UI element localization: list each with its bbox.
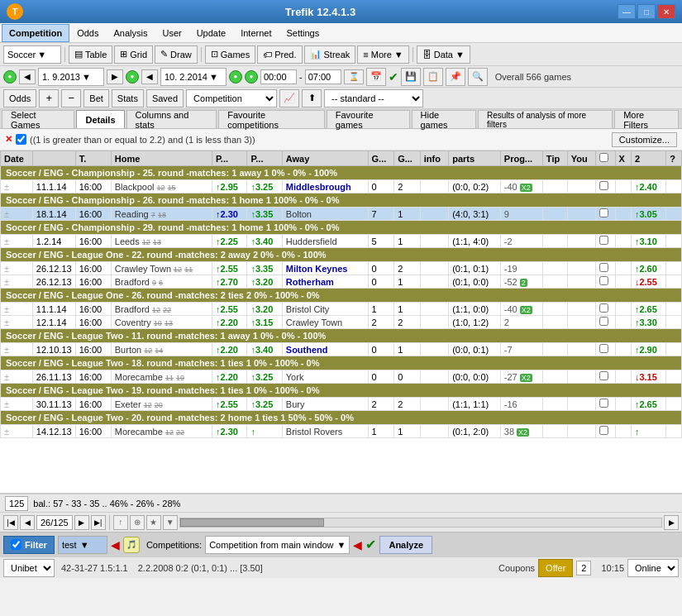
maximize-button[interactable]: □ (637, 4, 656, 19)
expr-checkbox[interactable] (16, 134, 26, 145)
row-pm[interactable]: ± (4, 304, 9, 314)
search-button[interactable]: 🔍 (468, 68, 488, 86)
add-filter-button[interactable]: + (39, 89, 59, 107)
odds-button[interactable]: Odds (3, 89, 36, 107)
row-pm[interactable]: ± (4, 427, 9, 437)
test-dropdown[interactable]: test ▼ (58, 536, 107, 554)
stats-button[interactable]: Stats (112, 89, 144, 107)
save-button[interactable]: 💾 (401, 68, 421, 86)
scroll-right-button[interactable]: ▶ (664, 515, 679, 530)
close-button[interactable]: ✕ (657, 4, 675, 19)
filter-toggle-button[interactable]: Filter (3, 536, 55, 554)
table-row[interactable]: ±14.12.1316:00Morecambe 12 22↑2.30↑Brist… (1, 425, 682, 438)
date-nav-right[interactable]: ● (126, 70, 139, 84)
export-button[interactable]: ⬆ (302, 89, 322, 107)
tab-favourite-games[interactable]: Favourite games (327, 110, 410, 128)
page-icon3[interactable]: ★ (146, 515, 161, 530)
table-row[interactable]: ±11.1.1416:00Bradford 12 22↑2.55↑3.20Bri… (1, 303, 682, 316)
date-fwd-button[interactable]: ▶ (107, 69, 123, 84)
streak-button[interactable]: 📊 Streak (304, 45, 356, 64)
table-row[interactable]: ±12.1.1416:00Coventry 10 13↑2.20↑3.15Cra… (1, 316, 682, 329)
table-row[interactable]: ±26.12.1316:00Bradford 9 6↑2.70↑3.20Roth… (1, 275, 682, 289)
row-pm[interactable]: ± (4, 209, 9, 219)
row-pm[interactable]: ± (4, 345, 9, 355)
table-row[interactable]: ±12.10.1316:00Burton 12 14↑2.20↑3.40Sout… (1, 343, 682, 356)
table-row[interactable]: ±26.11.1316:00Morecambe 11 19↑2.20↑3.25Y… (1, 370, 682, 384)
minimize-button[interactable]: — (618, 4, 636, 19)
copy-button[interactable]: 📋 (423, 68, 443, 86)
col-header-info[interactable]: info (420, 151, 448, 166)
col-header-g1[interactable]: G... (368, 151, 394, 166)
col-header-p2[interactable]: P... (247, 151, 282, 166)
menu-update[interactable]: Update (189, 24, 233, 42)
time1-input[interactable] (260, 69, 297, 84)
date1-dropdown[interactable]: 1. 9.2013 ▼ (38, 68, 104, 86)
menu-odds[interactable]: Odds (69, 24, 106, 42)
page-next-button[interactable]: ▶ (74, 515, 89, 530)
row-pm[interactable]: ± (4, 264, 9, 274)
paste-button[interactable]: 📌 (446, 68, 465, 86)
table-row[interactable]: ±30.11.1316:00Exeter 12 20↑2.55↑3.25Bury… (1, 398, 682, 411)
date-nav-left[interactable]: ● (3, 70, 17, 84)
col-header-q[interactable]: ? (666, 151, 682, 166)
filter-checkbox[interactable] (11, 539, 21, 550)
green-check-button[interactable]: ✔ (365, 537, 376, 552)
date-back2-button[interactable]: ◀ (141, 69, 158, 84)
table-row[interactable]: ±26.12.1316:00Crawley Town 12 11↑2.55↑3.… (1, 262, 682, 275)
grid-button[interactable]: ⊞ Grid (114, 45, 153, 64)
page-first-button[interactable]: |◀ (3, 515, 18, 530)
page-icon2[interactable]: ⊕ (130, 515, 145, 530)
row-pm[interactable]: ± (4, 277, 9, 287)
competition-main-dropdown[interactable]: Competition from main window ▼ (205, 536, 350, 554)
col-header-you[interactable]: You (567, 151, 595, 166)
row-pm[interactable]: ± (4, 372, 9, 382)
calendar-button[interactable]: 📅 (366, 68, 386, 86)
tab-favourite-competitions[interactable]: Favourite competitions (218, 110, 324, 128)
date-refresh2[interactable]: ● (245, 70, 258, 84)
menu-competition[interactable]: Competition (2, 24, 69, 42)
expr-close-button[interactable]: ✕ (5, 134, 12, 145)
col-header-prog[interactable]: Prog... (500, 151, 542, 166)
games-button[interactable]: ⊡ Games (205, 45, 255, 64)
page-icon4[interactable]: ▼ (163, 515, 178, 530)
col-header-t[interactable] (32, 151, 75, 166)
tab-columns-stats[interactable]: Columns and stats (126, 110, 217, 128)
col-header-date[interactable]: Date (1, 151, 33, 166)
table-button[interactable]: ▤ Table (69, 45, 112, 64)
more-button[interactable]: ≡ More ▼ (357, 45, 408, 64)
col-header-tip[interactable]: Tip (542, 151, 567, 166)
col-header-away[interactable]: Away (282, 151, 368, 166)
col-header-p1[interactable]: P... (212, 151, 246, 166)
col-header-x[interactable]: X (615, 151, 631, 166)
competition-filter-dropdown[interactable]: Competition (186, 89, 277, 107)
bet-button[interactable]: Bet (83, 89, 109, 107)
col-header-t2[interactable]: T. (75, 151, 111, 166)
page-last-button[interactable]: ▶| (91, 515, 106, 530)
date-refresh[interactable]: ● (229, 70, 242, 84)
remove-filter-button[interactable]: − (61, 89, 81, 107)
row-pm[interactable]: ± (4, 399, 9, 409)
row-pm[interactable]: ± (4, 182, 9, 192)
tab-details[interactable]: Details (76, 110, 124, 128)
red-arrow-right[interactable]: ◀ (353, 538, 362, 552)
red-arrow-left[interactable]: ◀ (111, 538, 120, 552)
time-apply-button[interactable]: ⌛ (344, 69, 364, 84)
tab-select-games[interactable]: Select Games (2, 110, 74, 128)
row-pm[interactable]: ± (4, 318, 9, 327)
data-button[interactable]: 🗄 Data ▼ (417, 45, 470, 64)
sport-dropdown[interactable]: Soccer ▼ (3, 45, 61, 64)
customize-button[interactable]: Customize... (612, 132, 677, 147)
time2-input[interactable] (305, 69, 341, 84)
menu-user[interactable]: User (155, 24, 188, 42)
offer-button[interactable]: Offer (538, 559, 573, 577)
date-back-button[interactable]: ◀ (19, 69, 36, 84)
col-header-2[interactable]: 2 (631, 151, 665, 166)
tab-more-filters[interactable]: More Filters (614, 110, 679, 128)
col-header-parts[interactable]: parts (449, 151, 501, 166)
row-pm[interactable]: ± (4, 236, 9, 246)
scroll-track[interactable] (179, 518, 662, 528)
chart-button[interactable]: 📈 (279, 89, 299, 107)
col-header-g2[interactable]: G... (394, 151, 421, 166)
saved-button[interactable]: Saved (146, 89, 184, 107)
bookie-dropdown[interactable]: Unibet (3, 559, 55, 577)
